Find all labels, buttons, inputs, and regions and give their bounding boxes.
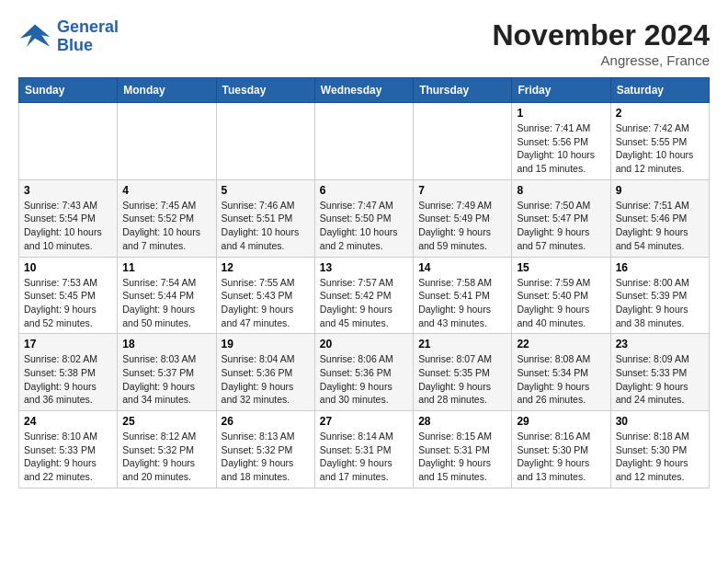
day-info: Sunrise: 8:10 AM Sunset: 5:33 PM Dayligh… (24, 430, 112, 484)
calendar-cell: 19Sunrise: 8:04 AM Sunset: 5:36 PM Dayli… (216, 334, 314, 411)
day-number: 25 (122, 415, 210, 428)
day-number: 21 (418, 338, 506, 350)
day-number: 6 (320, 184, 408, 197)
calendar-week-1: 3Sunrise: 7:43 AM Sunset: 5:54 PM Daylig… (19, 179, 710, 257)
calendar-cell: 30Sunrise: 8:18 AM Sunset: 5:30 PM Dayli… (610, 411, 709, 488)
calendar-cell: 7Sunrise: 7:49 AM Sunset: 5:49 PM Daylig… (414, 179, 512, 257)
calendar-cell (118, 103, 216, 180)
calendar-cell: 10Sunrise: 7:53 AM Sunset: 5:45 PM Dayli… (19, 257, 118, 334)
calendar-cell (216, 103, 314, 180)
calendar-cell: 28Sunrise: 8:15 AM Sunset: 5:31 PM Dayli… (414, 411, 512, 488)
day-info: Sunrise: 7:43 AM Sunset: 5:54 PM Dayligh… (24, 199, 112, 253)
header-tuesday: Tuesday (216, 78, 314, 103)
day-number: 14 (418, 261, 506, 274)
header-saturday: Saturday (610, 78, 709, 103)
calendar-cell: 13Sunrise: 7:57 AM Sunset: 5:42 PM Dayli… (314, 257, 413, 334)
day-info: Sunrise: 8:13 AM Sunset: 5:32 PM Dayligh… (222, 430, 310, 484)
calendar-week-4: 24Sunrise: 8:10 AM Sunset: 5:33 PM Dayli… (19, 411, 710, 488)
calendar-week-0: 1Sunrise: 7:41 AM Sunset: 5:56 PM Daylig… (19, 103, 710, 180)
day-info: Sunrise: 7:57 AM Sunset: 5:42 PM Dayligh… (320, 276, 408, 330)
day-info: Sunrise: 7:55 AM Sunset: 5:43 PM Dayligh… (222, 276, 310, 330)
calendar-cell: 15Sunrise: 7:59 AM Sunset: 5:40 PM Dayli… (512, 257, 610, 334)
logo: General Blue (18, 18, 119, 55)
day-info: Sunrise: 8:09 AM Sunset: 5:33 PM Dayligh… (616, 352, 704, 407)
title-block: November 2024 Angresse, France (492, 18, 710, 68)
calendar-cell: 17Sunrise: 8:02 AM Sunset: 5:38 PM Dayli… (19, 334, 118, 411)
day-number: 13 (320, 261, 408, 274)
calendar-cell: 4Sunrise: 7:45 AM Sunset: 5:52 PM Daylig… (118, 179, 216, 257)
calendar-cell: 11Sunrise: 7:54 AM Sunset: 5:44 PM Dayli… (118, 257, 216, 334)
day-info: Sunrise: 7:59 AM Sunset: 5:40 PM Dayligh… (517, 276, 605, 330)
calendar-cell: 25Sunrise: 8:12 AM Sunset: 5:32 PM Dayli… (118, 411, 216, 488)
calendar-cell: 29Sunrise: 8:16 AM Sunset: 5:30 PM Dayli… (512, 411, 610, 488)
day-info: Sunrise: 8:15 AM Sunset: 5:31 PM Dayligh… (418, 430, 506, 484)
day-info: Sunrise: 8:06 AM Sunset: 5:36 PM Dayligh… (320, 352, 408, 407)
day-number: 2 (616, 107, 704, 120)
day-number: 8 (517, 184, 605, 197)
day-info: Sunrise: 7:47 AM Sunset: 5:50 PM Dayligh… (320, 199, 408, 253)
day-number: 7 (418, 184, 506, 197)
day-info: Sunrise: 8:03 AM Sunset: 5:37 PM Dayligh… (122, 352, 210, 407)
day-number: 28 (418, 415, 506, 428)
day-info: Sunrise: 7:42 AM Sunset: 5:55 PM Dayligh… (616, 121, 704, 176)
day-info: Sunrise: 7:50 AM Sunset: 5:47 PM Dayligh… (517, 199, 605, 253)
calendar-body: 1Sunrise: 7:41 AM Sunset: 5:56 PM Daylig… (19, 103, 710, 488)
day-number: 24 (24, 415, 112, 428)
day-number: 16 (616, 261, 704, 274)
calendar-cell: 2Sunrise: 7:42 AM Sunset: 5:55 PM Daylig… (610, 103, 709, 180)
weekday-row: Sunday Monday Tuesday Wednesday Thursday… (19, 78, 710, 103)
day-info: Sunrise: 8:12 AM Sunset: 5:32 PM Dayligh… (122, 430, 210, 484)
day-number: 3 (24, 184, 112, 197)
calendar-cell: 8Sunrise: 7:50 AM Sunset: 5:47 PM Daylig… (512, 179, 610, 257)
calendar-cell: 24Sunrise: 8:10 AM Sunset: 5:33 PM Dayli… (19, 411, 118, 488)
day-info: Sunrise: 8:14 AM Sunset: 5:31 PM Dayligh… (320, 430, 408, 484)
calendar-week-2: 10Sunrise: 7:53 AM Sunset: 5:45 PM Dayli… (19, 257, 710, 334)
calendar-cell: 23Sunrise: 8:09 AM Sunset: 5:33 PM Dayli… (610, 334, 709, 411)
calendar-cell: 22Sunrise: 8:08 AM Sunset: 5:34 PM Dayli… (512, 334, 610, 411)
day-info: Sunrise: 7:51 AM Sunset: 5:46 PM Dayligh… (616, 199, 704, 253)
day-info: Sunrise: 7:53 AM Sunset: 5:45 PM Dayligh… (24, 276, 112, 330)
day-number: 29 (517, 415, 605, 428)
day-info: Sunrise: 8:08 AM Sunset: 5:34 PM Dayligh… (517, 352, 605, 407)
day-number: 9 (616, 184, 704, 197)
calendar-cell: 12Sunrise: 7:55 AM Sunset: 5:43 PM Dayli… (216, 257, 314, 334)
calendar-cell: 16Sunrise: 8:00 AM Sunset: 5:39 PM Dayli… (610, 257, 709, 334)
calendar-cell: 21Sunrise: 8:07 AM Sunset: 5:35 PM Dayli… (414, 334, 512, 411)
day-info: Sunrise: 7:49 AM Sunset: 5:49 PM Dayligh… (418, 199, 506, 253)
day-number: 17 (24, 338, 112, 350)
calendar-cell: 9Sunrise: 7:51 AM Sunset: 5:46 PM Daylig… (610, 179, 709, 257)
day-info: Sunrise: 8:16 AM Sunset: 5:30 PM Dayligh… (517, 430, 605, 484)
day-info: Sunrise: 7:58 AM Sunset: 5:41 PM Dayligh… (418, 276, 506, 330)
day-number: 22 (517, 338, 605, 350)
calendar-week-3: 17Sunrise: 8:02 AM Sunset: 5:38 PM Dayli… (19, 334, 710, 411)
calendar-cell: 18Sunrise: 8:03 AM Sunset: 5:37 PM Dayli… (118, 334, 216, 411)
month-title: November 2024 (492, 18, 710, 52)
calendar-cell: 5Sunrise: 7:46 AM Sunset: 5:51 PM Daylig… (216, 179, 314, 257)
calendar-cell (314, 103, 413, 180)
day-info: Sunrise: 8:02 AM Sunset: 5:38 PM Dayligh… (24, 352, 112, 407)
header-thursday: Thursday (414, 78, 512, 103)
calendar-header: Sunday Monday Tuesday Wednesday Thursday… (19, 78, 710, 103)
day-number: 12 (222, 261, 310, 274)
calendar-cell: 6Sunrise: 7:47 AM Sunset: 5:50 PM Daylig… (314, 179, 413, 257)
logo-text: General Blue (57, 18, 119, 55)
day-number: 10 (24, 261, 112, 274)
day-number: 19 (222, 338, 310, 350)
header-wednesday: Wednesday (314, 78, 413, 103)
calendar-table: Sunday Monday Tuesday Wednesday Thursday… (18, 77, 710, 488)
day-number: 23 (616, 338, 704, 350)
header-friday: Friday (512, 78, 610, 103)
day-number: 27 (320, 415, 408, 428)
day-info: Sunrise: 7:46 AM Sunset: 5:51 PM Dayligh… (222, 199, 310, 253)
calendar-cell: 26Sunrise: 8:13 AM Sunset: 5:32 PM Dayli… (216, 411, 314, 488)
day-number: 26 (222, 415, 310, 428)
svg-marker-0 (20, 24, 50, 46)
day-number: 5 (222, 184, 310, 197)
calendar-cell: 27Sunrise: 8:14 AM Sunset: 5:31 PM Dayli… (314, 411, 413, 488)
day-number: 30 (616, 415, 704, 428)
day-info: Sunrise: 8:18 AM Sunset: 5:30 PM Dayligh… (616, 430, 704, 484)
day-number: 20 (320, 338, 408, 350)
day-info: Sunrise: 8:04 AM Sunset: 5:36 PM Dayligh… (222, 352, 310, 407)
calendar-cell (414, 103, 512, 180)
calendar-cell: 14Sunrise: 7:58 AM Sunset: 5:41 PM Dayli… (414, 257, 512, 334)
